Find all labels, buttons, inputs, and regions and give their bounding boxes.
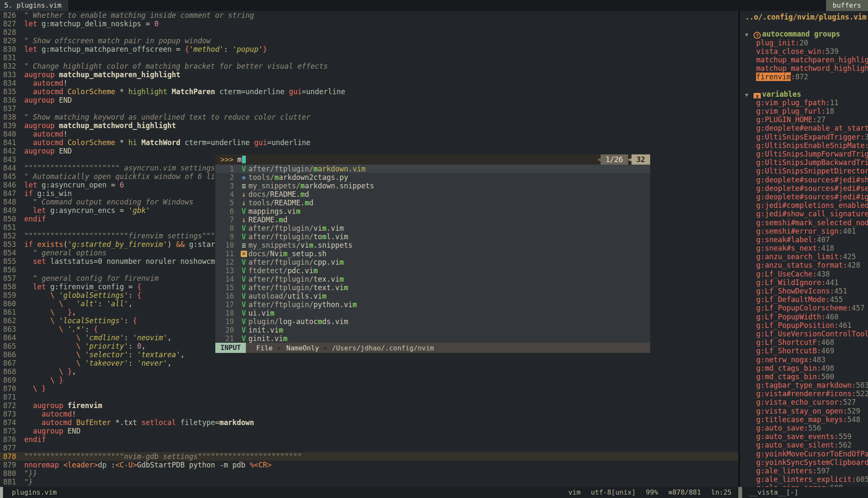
symbol-item[interactable]: g:Lf_WildIgnore:441 <box>740 278 868 287</box>
chevron-down-icon[interactable]: ▼ <box>745 91 754 98</box>
leaderf-input-bar[interactable]: >>> m ◀ 1/26 ◀ 32 <box>215 154 650 165</box>
file-result-row[interactable]: 11>docs/Nvim_setup.sh <box>215 249 650 258</box>
code-line-873[interactable]: 873 autocmd! <box>0 410 738 418</box>
file-result-row[interactable]: 17Vafter/ftplugin/python.vim <box>215 300 650 309</box>
code-line-827[interactable]: 827let g:matchup_delim_noskips = 0 <box>0 20 738 28</box>
symbol-item[interactable]: g:auto_save:556 <box>740 424 868 432</box>
symbol-item[interactable]: g:titlecase_map_keys:548 <box>740 415 868 424</box>
sidebar-section-header[interactable]: ▼xvariables <box>740 90 868 98</box>
code-line-836[interactable]: 836augroup END <box>0 96 738 104</box>
symbol-item[interactable]: g:vim_plug_furl:18 <box>740 107 868 115</box>
symbol-item[interactable]: g:deoplete#sources#jedi#igno <box>740 193 868 201</box>
symbol-item[interactable]: g:Lf_PopupWidth:460 <box>740 313 868 321</box>
symbol-item[interactable]: matchup_matchword_highlight: <box>740 64 868 73</box>
symbol-item[interactable]: g:UltiSnipsExpandTrigger:364 <box>740 133 868 141</box>
file-result-row[interactable]: 3≡my_snippets/markdown.snippets <box>215 182 650 190</box>
symbol-item[interactable]: g:semshi#mark_selected_nodes <box>740 218 868 227</box>
symbol-item[interactable]: g:auto_save_events:559 <box>740 432 868 441</box>
file-result-row[interactable]: 5↓tools/README.md <box>215 199 650 207</box>
symbol-item[interactable]: g:UltiSnipsSnippetDirectorie <box>740 167 868 175</box>
file-result-row[interactable]: 4↓docs/README.md <box>215 190 650 199</box>
symbol-item[interactable]: g:Lf_ShortcutF:468 <box>740 338 868 347</box>
symbol-item[interactable]: plug_init:20 <box>740 39 868 47</box>
code-line-874[interactable]: 874 autocmd BufEnter *.txt setlocal file… <box>0 418 738 427</box>
symbol-item[interactable]: g:md_ctags_bin:498 <box>740 364 868 372</box>
symbol-item[interactable]: g:sneak#s_next:418 <box>740 244 868 252</box>
file-result-row[interactable]: 10≡my_snippets/vim.snippets <box>215 241 650 249</box>
code-line-841[interactable]: 841 autocmd ColorScheme * hi MatchWord c… <box>0 138 738 147</box>
symbol-item[interactable]: g:deoplete#sources#jedi#show <box>740 176 868 184</box>
file-result-row[interactable]: 18Vui.vim <box>215 309 650 317</box>
symbol-item[interactable]: g:Lf_UseCache:438 <box>740 270 868 278</box>
code-line-837[interactable]: 837 <box>0 104 738 113</box>
search-input[interactable]: m <box>234 155 242 164</box>
symbol-item[interactable]: vista_close_win:539 <box>740 47 868 56</box>
code-line-876[interactable]: 876endif <box>0 435 738 444</box>
tab-plugins-vim[interactable]: 5. plugins.vim <box>0 0 68 11</box>
code-line-835[interactable]: 835 autocmd ColorScheme * highlight Matc… <box>0 87 738 96</box>
file-result-row[interactable]: 9Vafter/ftplugin/toml.vim <box>215 232 650 241</box>
file-result-row[interactable]: 15Vafter/ftplugin/text.vim <box>215 283 650 292</box>
symbol-item[interactable]: g:tagbar_type_markdown:503 <box>740 381 868 389</box>
file-result-row[interactable]: 19Vplugin/log-autocmds.vim <box>215 317 650 326</box>
symbol-item[interactable]: g:netrw_nogx:483 <box>740 355 868 364</box>
symbol-item[interactable]: g:jedi#show_call_signatures: <box>740 210 868 218</box>
symbol-item[interactable]: g:Lf_ShowDevIcons:451 <box>740 287 868 295</box>
file-result-row[interactable]: 1Vafter/ftplugin/markdown.vim <box>215 165 650 173</box>
code-line-833[interactable]: 833augroup matchup_matchparen_highlight <box>0 70 738 79</box>
file-result-row[interactable]: 8Vafter/ftplugin/vim.vim <box>215 224 650 232</box>
file-result-row[interactable]: 6Vmappings.vim <box>215 207 650 215</box>
code-line-879[interactable]: 879nnoremap <leader>dp :<C-U>GdbStartPDB… <box>0 461 738 469</box>
statusline-window-separator[interactable] <box>738 487 742 498</box>
symbol-item[interactable]: g:UltiSnipsEnableSnipMate:36 <box>740 141 868 150</box>
symbol-item[interactable]: g:UltiSnipsJumpForwardTrigge <box>740 150 868 158</box>
code-line-830[interactable]: 830let g:matchup_matchparen_offscreen = … <box>0 45 738 53</box>
symbol-item[interactable]: g:jedi#completions_enabled:3 <box>740 201 868 210</box>
code-line-868[interactable]: 868 \ }, <box>0 367 738 376</box>
code-line-867[interactable]: 867 \ 'takeover': 'never', <box>0 359 738 367</box>
symbol-item[interactable]: g:vim_plug_fpath:11 <box>740 98 868 107</box>
symbol-item[interactable]: g:Lf_PopupColorscheme:457 <box>740 304 868 312</box>
code-line-826[interactable]: 826" Whether to enable matching inside c… <box>0 11 738 20</box>
symbol-item[interactable]: g:UltiSnipsJumpBackwardTrigg <box>740 158 868 167</box>
code-line-829[interactable]: 829" Show offscreen match pair in popup … <box>0 36 738 45</box>
sidebar-section-header[interactable]: ▼?autocommand groups <box>740 30 868 38</box>
symbol-item[interactable]: g:ale_linters_explicit:605 <box>740 475 868 484</box>
file-result-row[interactable]: 16Vautoload/utils.vim <box>215 292 650 300</box>
code-line-872[interactable]: 872 augroup firenvim <box>0 401 738 410</box>
symbol-item[interactable]: g:vista_echo_cursor:527 <box>740 398 868 406</box>
symbol-item[interactable]: g:Lf_UseVersionControlTool:4 <box>740 330 868 338</box>
file-result-row[interactable]: 20Vinit.vim <box>215 326 650 334</box>
symbol-item[interactable]: g:yoinkSyncSystemClipboardOn <box>740 458 868 467</box>
symbol-item[interactable]: g:ale_sign_error:608 <box>740 484 868 487</box>
symbol-item[interactable]: g:auto_save_silent:562 <box>740 441 868 449</box>
code-line-870[interactable]: 870 \ } <box>0 384 738 393</box>
symbol-item[interactable]: g:md_ctags_bin:500 <box>740 372 868 381</box>
code-line-871[interactable]: 871 <box>0 393 738 401</box>
code-line-839[interactable]: 839augroup matchup_matchword_highlight <box>0 121 738 130</box>
chevron-down-icon[interactable]: ▼ <box>745 31 754 38</box>
symbol-item[interactable]: g:ale_linters:597 <box>740 467 868 475</box>
symbol-item[interactable]: g:anzu_status_format:428 <box>740 261 868 269</box>
code-line-831[interactable]: 831 <box>0 53 738 62</box>
code-line-875[interactable]: 875 augroup END <box>0 427 738 435</box>
symbol-item[interactable]: matchup_matchparen_highlight <box>740 56 868 64</box>
file-result-row[interactable]: 12Vafter/ftplugin/cpp.vim <box>215 258 650 266</box>
code-line-828[interactable]: 828 <box>0 28 738 36</box>
code-line-842[interactable]: 842augroup END <box>0 147 738 155</box>
file-result-row[interactable]: 13Vftdetect/pdc.vim <box>215 266 650 275</box>
code-line-840[interactable]: 840 autocmd! <box>0 130 738 138</box>
symbol-item[interactable]: g:vista#renderer#icons:522 <box>740 389 868 398</box>
code-line-880[interactable]: 880"}} <box>0 469 738 478</box>
symbol-item[interactable]: g:Lf_ShortcutB:469 <box>740 347 868 355</box>
code-line-834[interactable]: 834 autocmd! <box>0 79 738 87</box>
symbol-item[interactable]: g:Lf_PopupPosition:461 <box>740 321 868 330</box>
symbol-item[interactable]: g:yoinkMoveCursorToEndOfPast <box>740 450 868 458</box>
symbol-item[interactable]: g:PLUGIN_HOME:27 <box>740 115 868 124</box>
code-line-877[interactable]: 877 <box>0 444 738 452</box>
symbol-item[interactable]: g:deoplete#enable_at_startup <box>740 124 868 132</box>
code-line-832[interactable]: 832" Change highlight color of matching … <box>0 62 738 70</box>
symbol-item[interactable]: g:deoplete#sources#jedi#serv <box>740 184 868 193</box>
file-result-row[interactable]: 7↓README.md <box>215 215 650 224</box>
file-result-row[interactable]: 14Vafter/ftplugin/tex.vim <box>215 275 650 283</box>
